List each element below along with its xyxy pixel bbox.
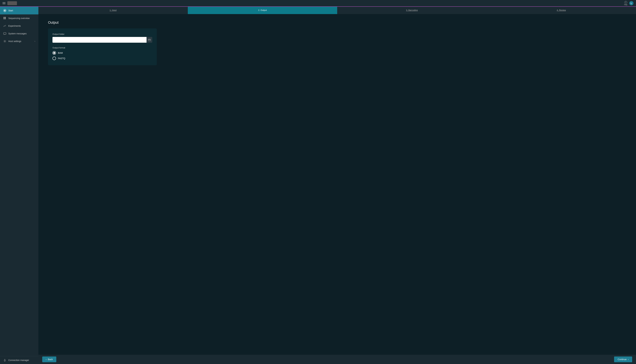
svg-rect-2 [4,17,5,18]
help-button[interactable]: ? Help [624,1,627,6]
sidebar-item-start[interactable]: Start [0,7,39,14]
right-panel: 1. Input 2. Output 3. Barcoding 4. Revie… [39,7,636,364]
sidebar-item-host-settings-label: Host settings [8,40,33,42]
sidebar-item-start-label: Start [8,9,35,12]
radio-fastq-circle [53,56,56,60]
radio-bam-circle [53,51,56,55]
output-folder-label: Output folder [53,33,152,35]
topbar: ? Help L [0,0,636,7]
sidebar-item-system-messages-label: System messages [8,32,35,35]
svg-rect-4 [4,18,5,19]
svg-rect-12 [148,39,151,41]
output-format-label: Output format [53,46,152,49]
footer: ‹ Back Continue › [39,355,636,364]
output-card: Output folder Output format [48,28,157,65]
sidebar-top: Start Sequencing overview [0,7,39,45]
svg-rect-3 [5,17,6,18]
radio-bam-label: BAM [58,52,63,54]
topbar-right: ? Help L [624,1,633,6]
output-folder-row [53,37,152,43]
chevron-right-icon: › [35,40,35,42]
sidebar: Start Sequencing overview [0,7,39,364]
back-button[interactable]: ‹ Back [42,356,56,362]
sidebar-item-system-messages[interactable]: System messages [0,30,39,38]
svg-rect-5 [5,18,6,19]
sidebar-item-connection-manager[interactable]: Connection manager [0,356,39,364]
sidebar-bottom: Connection manager [0,356,39,364]
continue-arrow-icon: › [628,358,629,361]
radio-fastq[interactable]: FASTQ [53,56,152,60]
back-label: Back [48,358,53,361]
chart-line-icon [3,24,7,28]
grid-icon [3,17,7,20]
svg-point-9 [4,360,6,361]
browse-button[interactable] [147,37,152,43]
topbar-left [3,1,17,5]
help-icon: ? [624,1,627,4]
gear-icon [3,40,7,43]
folder-icon [148,38,151,41]
logo [7,1,17,5]
svg-point-1 [4,10,6,11]
main-layout: Start Sequencing overview [0,7,636,364]
menu-icon[interactable] [3,2,6,4]
sidebar-item-sequencing-overview[interactable]: Sequencing overview [0,14,39,22]
message-icon [3,32,7,35]
avatar[interactable]: L [629,1,633,5]
svg-rect-6 [4,32,6,34]
tab-input[interactable]: 1. Input [39,7,188,14]
format-radio-group: BAM FASTQ [53,51,152,60]
help-label: Help [624,4,627,6]
sidebar-item-connection-manager-label: Connection manager [8,359,35,362]
output-folder-input[interactable] [53,37,147,43]
radio-fastq-label: FASTQ [58,57,65,60]
continue-label: Continue [617,358,626,361]
sidebar-item-experiments[interactable]: Experiments [0,22,39,30]
back-arrow-icon: ‹ [46,358,47,361]
step-tabs: 1. Input 2. Output 3. Barcoding 4. Revie… [39,7,636,14]
sidebar-item-experiments-label: Experiments [8,24,35,27]
continue-button[interactable]: Continue › [614,356,632,362]
tab-barcoding[interactable]: 3. Barcoding [337,7,487,14]
plug-icon [3,358,7,362]
page-title: Output [48,20,626,24]
radio-bam[interactable]: BAM [53,51,152,55]
sidebar-item-host-settings[interactable]: Host settings › [0,38,39,45]
sidebar-item-sequencing-overview-label: Sequencing overview [8,17,35,20]
svg-point-7 [4,41,5,42]
page-content: Output Output folder Output format [39,14,636,355]
tab-output[interactable]: 2. Output [188,7,337,14]
circle-play-icon [3,9,7,12]
tab-review[interactable]: 4. Review [487,7,636,14]
